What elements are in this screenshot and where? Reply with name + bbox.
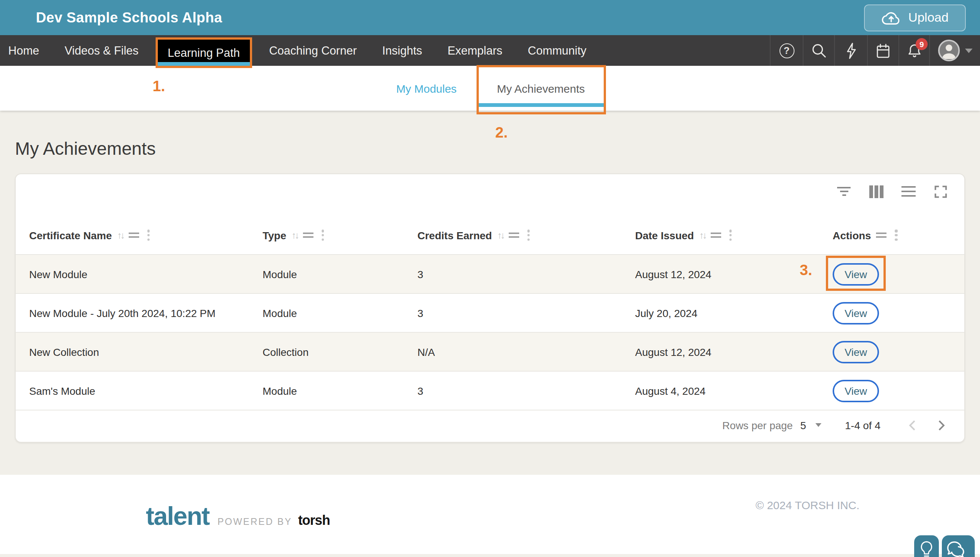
lightning-bolt-icon bbox=[844, 42, 858, 59]
notification-badge: 9 bbox=[916, 38, 928, 50]
sort-icon[interactable]: ↑↓ bbox=[497, 230, 504, 240]
column-header-type: Type ↑↓ bbox=[263, 228, 324, 242]
search-button[interactable] bbox=[803, 35, 834, 66]
page-footer: talent POWERED BY torsh © 2024 TORSH INC… bbox=[0, 475, 980, 554]
calendar-button[interactable] bbox=[867, 35, 898, 66]
kebab-menu-icon[interactable] bbox=[147, 228, 150, 242]
search-icon bbox=[811, 42, 827, 58]
rows-per-page-value[interactable]: 5 bbox=[800, 419, 806, 431]
app-title: Dev Sample Schools Alpha bbox=[36, 9, 222, 26]
table-row: New Module Module 3 August 12, 2024 View bbox=[16, 254, 964, 293]
view-button[interactable]: View bbox=[833, 263, 879, 286]
page-title: My Achievements bbox=[15, 138, 156, 159]
column-menu-icon[interactable] bbox=[509, 231, 519, 239]
column-menu-icon[interactable] bbox=[876, 231, 887, 239]
help-icon bbox=[779, 43, 794, 58]
table-row: New Module - July 20th 2024, 10:22 PM Mo… bbox=[16, 293, 964, 332]
density-icon[interactable] bbox=[901, 184, 916, 199]
top-header: Dev Sample Schools Alpha Upload bbox=[0, 0, 980, 35]
nav-item-insights[interactable]: Insights bbox=[370, 44, 435, 57]
nav-item-videos-files[interactable]: Videos & Files bbox=[52, 44, 152, 57]
activity-button[interactable] bbox=[834, 35, 867, 66]
view-button[interactable]: View bbox=[833, 380, 879, 402]
live-chat-button[interactable] bbox=[942, 535, 975, 557]
cell-credits: 3 bbox=[417, 371, 424, 410]
copyright-text: © 2024 TORSH INC. bbox=[756, 499, 859, 511]
cloud-upload-icon bbox=[881, 10, 902, 26]
upload-label: Upload bbox=[908, 10, 949, 25]
talent-wordmark: talent bbox=[146, 502, 209, 531]
annotation-step1: 1. bbox=[153, 78, 165, 95]
filter-icon[interactable] bbox=[837, 184, 851, 199]
calendar-icon bbox=[875, 42, 891, 59]
previous-page-icon[interactable] bbox=[907, 419, 917, 431]
kebab-menu-icon[interactable] bbox=[527, 228, 530, 242]
rows-per-page-label: Rows per page bbox=[722, 419, 792, 431]
table-header-row: Certificate Name ↑↓ Type ↑↓ Credits Earn… bbox=[16, 219, 964, 254]
cell-certificate-name: New Module - July 20th 2024, 10:22 PM bbox=[29, 294, 215, 333]
cell-certificate-name: Sam's Module bbox=[29, 371, 95, 410]
view-button[interactable]: View bbox=[833, 341, 879, 363]
upload-button[interactable]: Upload bbox=[864, 5, 966, 31]
help-button[interactable] bbox=[770, 35, 803, 66]
cell-date-issued: August 4, 2024 bbox=[635, 371, 706, 410]
chat-bubbles-icon bbox=[946, 539, 971, 557]
nav-item-coaching-corner[interactable]: Coaching Corner bbox=[256, 44, 369, 57]
main-nav: Home Videos & Files Learning Path Coachi… bbox=[0, 35, 980, 66]
column-header-date-issued: Date Issued ↑↓ bbox=[635, 228, 732, 242]
sort-icon[interactable]: ↑↓ bbox=[117, 230, 124, 240]
cell-type: Module bbox=[263, 255, 297, 294]
avatar-icon bbox=[938, 40, 959, 61]
nav-item-learning-path-highlight: Learning Path bbox=[156, 37, 252, 68]
table-row: Sam's Module Module 3 August 4, 2024 Vie… bbox=[16, 371, 964, 410]
columns-icon[interactable] bbox=[869, 184, 884, 199]
column-menu-icon[interactable] bbox=[303, 231, 313, 239]
talent-logo: talent POWERED BY torsh bbox=[146, 502, 330, 531]
lightbulb-icon bbox=[918, 539, 935, 557]
nav-item-exemplars[interactable]: Exemplars bbox=[435, 44, 515, 57]
tab-my-modules[interactable]: My Modules bbox=[382, 66, 471, 111]
column-menu-icon[interactable] bbox=[129, 231, 139, 239]
cell-credits: 3 bbox=[417, 255, 424, 294]
view-button[interactable]: View bbox=[833, 302, 879, 324]
active-tab-underline bbox=[477, 103, 605, 107]
cell-type: Module bbox=[263, 371, 297, 410]
kebab-menu-icon[interactable] bbox=[322, 228, 324, 242]
annotation-step3: 3. bbox=[800, 262, 812, 279]
sort-icon[interactable]: ↑↓ bbox=[291, 230, 298, 240]
achievements-table-card: Certificate Name ↑↓ Type ↑↓ Credits Earn… bbox=[15, 173, 965, 443]
rows-per-page-caret-icon[interactable] bbox=[815, 423, 821, 427]
annotation-step2: 2. bbox=[495, 124, 507, 141]
column-header-credits-earned: Credits Earned ↑↓ bbox=[417, 228, 530, 242]
torsh-wordmark: torsh bbox=[298, 513, 330, 529]
cell-type: Module bbox=[263, 294, 297, 333]
cell-certificate-name: New Module bbox=[29, 255, 88, 294]
kebab-menu-icon[interactable] bbox=[729, 228, 732, 242]
account-menu-button[interactable] bbox=[929, 35, 980, 66]
nav-item-home[interactable]: Home bbox=[0, 44, 52, 57]
cell-date-issued: August 12, 2024 bbox=[635, 255, 711, 294]
powered-by-label: POWERED BY bbox=[217, 516, 292, 527]
next-page-icon[interactable] bbox=[937, 419, 946, 431]
notifications-button[interactable]: 9 bbox=[898, 35, 929, 66]
nav-icon-group: 9 bbox=[770, 35, 980, 66]
pagination-range: 1-4 of 4 bbox=[845, 419, 881, 431]
table-toolbar bbox=[837, 184, 948, 199]
sort-icon[interactable]: ↑↓ bbox=[699, 230, 706, 240]
nav-item-learning-path[interactable]: Learning Path bbox=[158, 46, 249, 59]
learning-path-tabbar: My Modules My Achievements bbox=[0, 66, 980, 111]
cell-credits: N/A bbox=[417, 333, 435, 371]
cell-type: Collection bbox=[263, 333, 308, 371]
kebab-menu-icon[interactable] bbox=[895, 228, 897, 242]
fullscreen-icon[interactable] bbox=[933, 184, 948, 199]
chevron-down-icon bbox=[965, 48, 972, 53]
table-row: New Collection Collection N/A August 12,… bbox=[16, 332, 964, 371]
column-menu-icon[interactable] bbox=[711, 231, 721, 239]
cell-certificate-name: New Collection bbox=[29, 333, 99, 371]
cell-credits: 3 bbox=[417, 294, 424, 333]
cell-date-issued: August 12, 2024 bbox=[635, 333, 711, 371]
nav-item-community[interactable]: Community bbox=[515, 44, 599, 57]
table-pagination: Rows per page 5 1-4 of 4 bbox=[16, 408, 964, 442]
feedback-idea-button[interactable] bbox=[914, 535, 939, 557]
app-window: Dev Sample Schools Alpha Upload Home Vid… bbox=[0, 0, 980, 557]
